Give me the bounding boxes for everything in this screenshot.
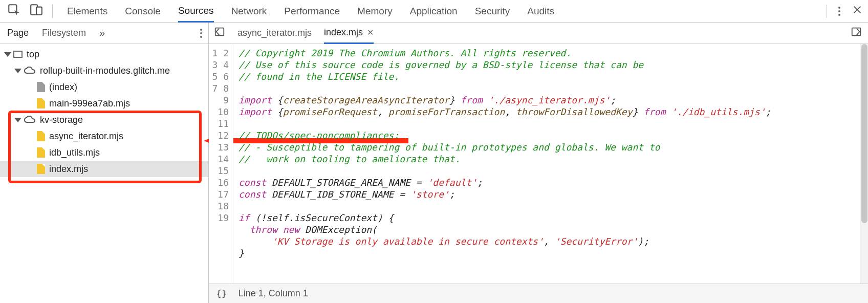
close-icon[interactable]: ✕ [367, 28, 374, 37]
topbar-left-icons [7, 3, 53, 19]
tree-item-file[interactable]: idb_utils.mjs [0, 144, 208, 161]
navigator-tab-filesystem[interactable]: Filesystem [42, 28, 86, 38]
scrollbar-thumb[interactable] [861, 44, 867, 223]
tab-application[interactable]: Application [410, 0, 458, 22]
chevron-down-icon [14, 69, 21, 73]
navigator-tabs: Page Filesystem » [0, 23, 208, 44]
pretty-print-icon[interactable]: {} [216, 288, 227, 299]
debugger-toggle-icon[interactable] [851, 26, 862, 40]
device-toggle-icon[interactable] [30, 3, 43, 19]
tab-network[interactable]: Network [231, 0, 267, 22]
code-content[interactable]: // Copyright 2019 The Chromium Authors. … [233, 44, 868, 284]
file-icon [37, 164, 45, 174]
code-editor[interactable]: 1 2 3 4 5 6 7 8 9 10 11 12 13 14 15 16 1… [209, 44, 868, 284]
kebab-menu-icon[interactable] [838, 7, 840, 16]
tree-label: (index) [49, 82, 77, 93]
tree-label: kv-storage [40, 115, 83, 125]
file-icon [37, 82, 45, 92]
file-icon [37, 131, 45, 141]
tree-item-file[interactable]: index.mjs [0, 161, 208, 177]
editor-tab-async-iterator[interactable]: async_iterator.mjs [237, 23, 312, 44]
tree-label: top [27, 49, 39, 60]
editor-tab-label: index.mjs [324, 27, 363, 38]
tree-label: index.mjs [49, 164, 88, 175]
status-bar: {} Line 1, Column 1 [209, 284, 868, 303]
tree-item-file[interactable]: main-999ea7ab.mjs [0, 95, 208, 112]
divider [827, 5, 827, 18]
chevron-down-icon [14, 118, 21, 122]
scrollbar[interactable] [860, 44, 868, 284]
tree-item-domain[interactable]: rollup-built-in-modules.glitch.me [0, 62, 208, 79]
file-icon [37, 147, 45, 158]
editor-tab-label: async_iterator.mjs [237, 28, 312, 38]
tab-elements[interactable]: Elements [67, 0, 107, 22]
cloud-icon [24, 116, 36, 124]
tab-console[interactable]: Console [125, 0, 161, 22]
tab-security[interactable]: Security [475, 0, 510, 22]
svg-rect-2 [36, 7, 42, 15]
tree-label: async_iterator.mjs [49, 131, 123, 142]
frame-icon [13, 51, 23, 58]
navigator-toggle-icon[interactable] [214, 26, 225, 40]
tree-label: idb_utils.mjs [49, 147, 100, 158]
inspect-icon[interactable] [7, 3, 20, 19]
cursor-position: Line 1, Column 1 [238, 288, 308, 299]
chevron-down-icon [4, 52, 11, 57]
overflow-icon[interactable]: » [99, 27, 105, 39]
cloud-icon [24, 67, 36, 75]
tree-item-file[interactable]: (index) [0, 79, 208, 95]
sources-navigator: Page Filesystem » top rollup-built-in-mo… [0, 23, 209, 303]
tree-item-top[interactable]: top [0, 46, 208, 62]
tab-audits[interactable]: Audits [527, 0, 554, 22]
devtools-panel-tabs: Elements Console Sources Network Perform… [67, 0, 554, 22]
divider [52, 5, 53, 18]
navigator-tab-page[interactable]: Page [7, 28, 29, 38]
tab-memory[interactable]: Memory [357, 0, 393, 22]
tree-item-file[interactable]: async_iterator.mjs [0, 128, 208, 144]
tree-label: main-999ea7ab.mjs [49, 98, 130, 109]
file-tree: top rollup-built-in-modules.glitch.me (i… [0, 44, 208, 303]
topbar-right-icons [827, 4, 864, 18]
tree-item-kv-storage[interactable]: kv-storage [0, 112, 208, 128]
editor-panel: async_iterator.mjs index.mjs ✕ 1 2 3 4 5… [209, 23, 868, 303]
close-icon[interactable] [852, 4, 863, 18]
main: Page Filesystem » top rollup-built-in-mo… [0, 23, 868, 303]
tree-label: rollup-built-in-modules.glitch.me [40, 66, 170, 76]
devtools-topbar: Elements Console Sources Network Perform… [0, 0, 868, 23]
file-icon [37, 98, 45, 109]
editor-tabs: async_iterator.mjs index.mjs ✕ [209, 23, 868, 44]
line-gutter: 1 2 3 4 5 6 7 8 9 10 11 12 13 14 15 16 1… [209, 44, 233, 284]
tab-sources[interactable]: Sources [178, 1, 214, 23]
kebab-menu-icon[interactable] [200, 29, 202, 38]
editor-tab-index[interactable]: index.mjs ✕ [324, 23, 374, 44]
tab-performance[interactable]: Performance [284, 0, 340, 22]
